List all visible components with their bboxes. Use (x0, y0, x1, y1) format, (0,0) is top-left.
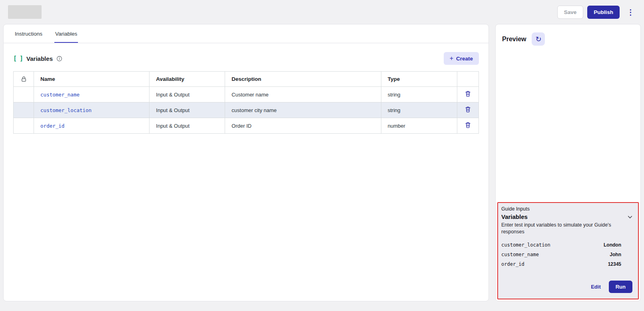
guide-inputs-heading-row: Variables (501, 213, 635, 222)
availability-cell: Input & Output (150, 118, 225, 134)
section-title: Variables (26, 55, 53, 62)
variable-name-link[interactable]: customer_location (40, 107, 92, 113)
row-actions-cell (457, 87, 479, 102)
page-content: Instructions Variables [ ] Variables + C… (0, 24, 644, 306)
table-header-row: Name Availability Description Type (14, 72, 479, 87)
run-button[interactable]: Run (609, 281, 632, 293)
availability-cell: Input & Output (150, 102, 225, 118)
description-cell: customer city name (225, 102, 381, 118)
topbar-actions: Save Publish ⋮ (557, 6, 638, 19)
row-lock-cell (14, 118, 34, 134)
topbar: Save Publish ⋮ (0, 0, 644, 24)
preview-empty-area (497, 49, 639, 202)
trash-icon (465, 122, 471, 130)
delete-variable-button[interactable] (464, 121, 472, 130)
row-lock-cell (14, 102, 34, 118)
variable-name-link[interactable]: customer_name (40, 92, 80, 98)
field-key: customer_name (501, 252, 539, 257)
refresh-button[interactable]: ↻ (532, 32, 545, 46)
tab-instructions[interactable]: Instructions (14, 24, 43, 43)
refresh-icon: ↻ (535, 36, 541, 43)
column-header-description: Description (225, 72, 381, 87)
create-button-label: Create (456, 56, 473, 62)
variable-name-cell: order_id (34, 118, 150, 134)
field-value[interactable]: 12345 (608, 261, 621, 267)
field-key: customer_location (501, 242, 550, 248)
table-row: order_id Input & Output Order ID number (14, 118, 479, 134)
tab-variables[interactable]: Variables (54, 24, 78, 43)
input-field-row: customer_name John (501, 250, 635, 259)
availability-cell: Input & Output (150, 87, 225, 102)
variable-name-link[interactable]: order_id (40, 123, 64, 129)
input-field-row: customer_location London (501, 240, 635, 250)
field-value[interactable]: London (604, 242, 621, 248)
app-logo-placeholder (8, 5, 42, 19)
variable-name-cell: customer_name (34, 87, 150, 102)
variable-name-cell: customer_location (34, 102, 150, 118)
preview-title: Preview (502, 36, 526, 43)
row-actions-cell (457, 118, 479, 134)
preview-header: Preview ↻ (497, 26, 639, 49)
preview-panel: Preview ↻ Guide Inputs Variables Enter t… (495, 24, 641, 301)
table-row: customer_location Input & Output custome… (14, 102, 479, 118)
column-header-type: Type (381, 72, 457, 87)
field-key: order_id (501, 261, 524, 267)
delete-variable-button[interactable] (464, 105, 472, 115)
type-cell: number (381, 118, 457, 134)
chevron-down-icon[interactable] (627, 214, 635, 220)
kebab-menu-icon[interactable]: ⋮ (624, 8, 638, 16)
field-value[interactable]: John (610, 252, 621, 257)
trash-icon (465, 90, 471, 98)
lock-icon (21, 76, 27, 82)
info-icon[interactable] (56, 56, 62, 62)
row-actions-cell (457, 102, 479, 118)
publish-button[interactable]: Publish (587, 6, 620, 19)
row-lock-cell (14, 87, 34, 102)
guide-inputs-box: Guide Inputs Variables Enter test input … (497, 202, 639, 299)
input-field-row: order_id 12345 (501, 259, 635, 269)
delete-variable-button[interactable] (464, 90, 472, 99)
type-cell: string (381, 102, 457, 118)
description-cell: Order ID (225, 118, 381, 134)
create-variable-button[interactable]: + Create (444, 52, 479, 65)
guide-inputs-actions: Edit Run (501, 277, 635, 294)
brackets-icon: [ ] (13, 55, 23, 62)
type-cell: string (381, 87, 457, 102)
column-header-actions (457, 72, 479, 87)
column-header-availability: Availability (150, 72, 225, 87)
edit-link[interactable]: Edit (591, 284, 601, 290)
variables-section-header: [ ] Variables + Create (4, 43, 488, 71)
guide-inputs-description: Enter test input variables to simulate y… (501, 222, 625, 240)
lock-column-header (14, 72, 34, 87)
tabbar: Instructions Variables (4, 24, 488, 43)
save-button[interactable]: Save (557, 6, 584, 19)
variables-table: Name Availability Description Type custo… (13, 71, 479, 134)
description-cell: Customer name (225, 87, 381, 102)
trash-icon (465, 106, 471, 114)
guide-inputs-heading: Variables (501, 213, 528, 220)
column-header-name: Name (34, 72, 150, 87)
editor-card: Instructions Variables [ ] Variables + C… (3, 24, 489, 301)
table-row: customer_name Input & Output Customer na… (14, 87, 479, 102)
plus-icon: + (450, 55, 453, 62)
guide-inputs-kicker: Guide Inputs (501, 206, 635, 213)
